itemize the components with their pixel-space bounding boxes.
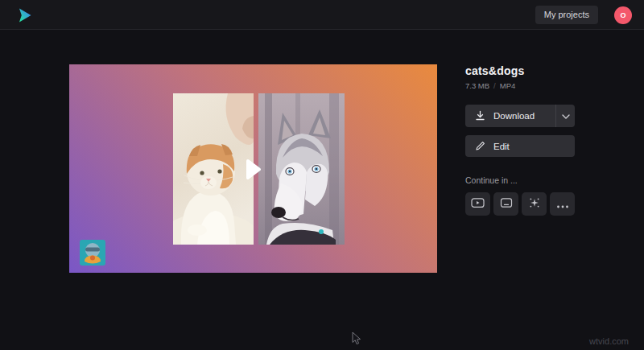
download-button[interactable]: Download xyxy=(465,105,555,127)
app-header: My projects O xyxy=(0,0,644,30)
play-icon[interactable] xyxy=(246,159,262,180)
brand-badge-avatar xyxy=(80,240,105,266)
export-sidebar: cats&dogs 7.3 MB / MP4 Download xyxy=(465,64,575,216)
file-type: MP4 xyxy=(500,81,516,90)
watermark-text: wtvid.com xyxy=(589,336,629,346)
download-label: Download xyxy=(493,111,535,121)
edit-button[interactable]: Edit xyxy=(465,135,575,157)
edit-pencil-icon xyxy=(475,140,485,152)
video-player-icon xyxy=(471,197,485,212)
edit-label: Edit xyxy=(493,142,510,151)
user-avatar[interactable]: O xyxy=(614,6,632,24)
meta-separator: / xyxy=(493,81,496,90)
continue-in-label: Continue in ... xyxy=(465,175,575,185)
file-meta: 7.3 MB / MP4 xyxy=(465,81,575,90)
file-size: 7.3 MB xyxy=(465,81,489,90)
continue-more-button[interactable] xyxy=(550,192,575,216)
sparkle-icon xyxy=(528,196,541,212)
app-logo-play-icon[interactable] xyxy=(17,7,33,23)
header-actions: My projects O xyxy=(535,0,632,30)
more-options-icon xyxy=(556,197,569,212)
continue-display-button[interactable] xyxy=(493,192,518,216)
continue-sparkle-button[interactable] xyxy=(522,192,547,216)
download-options-button[interactable] xyxy=(555,105,575,127)
dog-clip-thumbnail xyxy=(258,93,345,245)
file-title: cats&dogs xyxy=(465,64,575,77)
video-preview[interactable] xyxy=(69,64,437,273)
display-icon xyxy=(500,197,513,212)
continue-in-actions xyxy=(465,192,575,216)
chevron-down-icon xyxy=(562,111,570,121)
my-projects-button[interactable]: My projects xyxy=(535,6,598,24)
cat-clip-thumbnail xyxy=(173,93,254,245)
download-split-button: Download xyxy=(465,105,575,127)
mouse-cursor-icon xyxy=(352,331,361,349)
continue-video-player-button[interactable] xyxy=(465,192,490,216)
download-icon xyxy=(475,110,485,122)
